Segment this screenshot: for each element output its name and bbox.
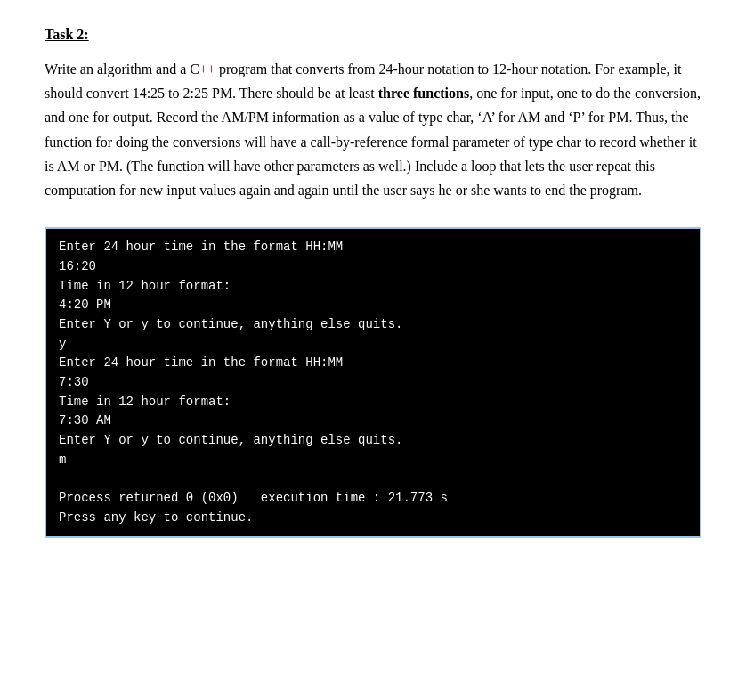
task-title: Task 2: xyxy=(45,27,701,43)
cpp-plus: ++ xyxy=(199,61,215,77)
task-description: Write an algorithm and a C++ program tha… xyxy=(45,57,701,202)
bold-text: three functions xyxy=(378,85,469,101)
terminal-window: Enter 24 hour time in the format HH:MM 1… xyxy=(45,227,701,538)
